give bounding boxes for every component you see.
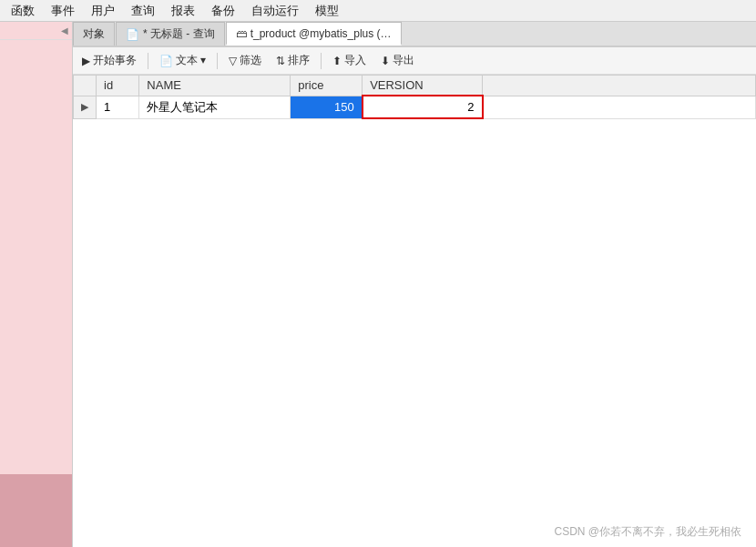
import-label: 导入	[344, 53, 366, 68]
data-grid[interactable]: id NAME price VERSION ▶ 1 外星人笔记本 150 2	[73, 75, 756, 547]
tab-table-icon: 🗃	[236, 27, 247, 40]
col-header-id: id	[97, 76, 139, 96]
tab-bar: 对象 📄 * 无标题 - 查询 🗃 t_product @mybatis_plu…	[73, 22, 756, 47]
sidebar-content	[0, 40, 72, 474]
menu-query[interactable]: 查询	[124, 1, 162, 21]
import-icon: ⬆	[332, 55, 342, 67]
begin-tx-icon: ▶	[82, 55, 90, 67]
col-header-price: price	[291, 76, 363, 96]
tab-objects-label: 对象	[83, 26, 105, 42]
export-button[interactable]: ⬇ 导出	[375, 51, 420, 70]
tab-table-label: t_product @mybatis_plus (…	[250, 27, 392, 40]
text-icon: 📄	[159, 55, 173, 67]
sidebar: ◀	[0, 22, 73, 547]
export-icon: ⬇	[381, 55, 390, 67]
tab-query-icon: 📄	[126, 28, 139, 41]
row-indicator-header	[74, 76, 97, 96]
col-header-name: NAME	[139, 76, 291, 96]
sidebar-collapse-icon[interactable]: ◀	[61, 25, 68, 35]
toolbar: ▶ 开始事务 📄 文本 ▾ ▽ 筛选 ⇅ 排序 ⬆ 导入 ⬇ 导出	[73, 47, 756, 75]
cell-name[interactable]: 外星人笔记本	[139, 96, 291, 118]
cell-id[interactable]: 1	[97, 96, 139, 118]
begin-tx-label: 开始事务	[93, 53, 137, 68]
cell-version[interactable]: 2	[363, 96, 483, 118]
filter-button[interactable]: ▽ 筛选	[223, 51, 267, 70]
menu-autorun[interactable]: 自动运行	[244, 1, 306, 21]
top-menu-bar: 函数 事件 用户 查询 报表 备份 自动运行 模型	[0, 0, 756, 22]
toolbar-separator-1	[148, 53, 148, 69]
sort-label: 排序	[288, 53, 310, 68]
row-current-indicator: ▶	[74, 96, 97, 118]
tab-objects[interactable]: 对象	[73, 22, 115, 46]
col-header-version: VERSION	[363, 76, 483, 96]
sort-icon: ⇅	[276, 55, 285, 67]
menu-users[interactable]: 用户	[84, 1, 122, 21]
sort-button[interactable]: ⇅ 排序	[271, 51, 315, 70]
menu-report[interactable]: 报表	[164, 1, 202, 21]
main-content: 对象 📄 * 无标题 - 查询 🗃 t_product @mybatis_plu…	[73, 22, 756, 547]
toolbar-separator-2	[217, 53, 218, 69]
tab-table[interactable]: 🗃 t_product @mybatis_plus (…	[226, 22, 402, 46]
filter-icon: ▽	[229, 55, 237, 67]
sidebar-bottom	[0, 474, 72, 547]
filter-label: 筛选	[240, 53, 261, 68]
results-table: id NAME price VERSION ▶ 1 外星人笔记本 150 2	[73, 75, 756, 119]
import-button[interactable]: ⬆ 导入	[327, 51, 372, 70]
menu-functions[interactable]: 函数	[4, 1, 42, 21]
menu-model[interactable]: 模型	[308, 1, 346, 21]
cell-empty	[483, 96, 756, 118]
begin-transaction-button[interactable]: ▶ 开始事务	[77, 51, 142, 70]
watermark: CSDN @你若不离不弃，我必生死相依	[554, 524, 741, 540]
tab-query[interactable]: 📄 * 无标题 - 查询	[116, 22, 225, 46]
col-header-empty	[483, 76, 756, 96]
menu-events[interactable]: 事件	[44, 1, 82, 21]
export-label: 导出	[393, 53, 414, 68]
cell-price[interactable]: 150	[291, 96, 363, 118]
text-button[interactable]: 📄 文本 ▾	[154, 51, 211, 70]
toolbar-separator-3	[321, 53, 322, 69]
text-label: 文本 ▾	[176, 53, 206, 68]
menu-backup[interactable]: 备份	[204, 1, 242, 21]
tab-query-label: * 无标题 - 查询	[143, 26, 215, 42]
table-row[interactable]: ▶ 1 外星人笔记本 150 2	[74, 96, 756, 118]
sidebar-top: ◀	[0, 22, 72, 40]
